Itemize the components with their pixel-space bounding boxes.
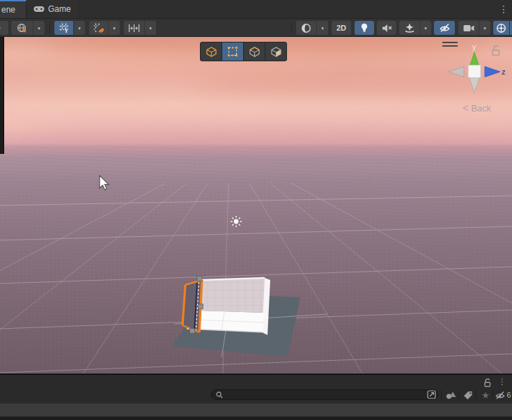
search-input[interactable] [226,390,427,399]
camera-button[interactable]: ▾ [458,21,490,35]
object-mode-cube-icon [205,47,217,57]
chevron-down-icon: ▾ [0,26,1,31]
tool-overflow-button[interactable]: ▾ [0,21,8,35]
gizmos-button[interactable]: ▾ [493,21,512,35]
panel-menu-icon[interactable]: ⋮ [498,377,506,387]
tab-scene[interactable]: ene [0,0,26,18]
shading-mode-button[interactable]: ▾ [296,21,328,35]
scene-toolbar: ▾ ▾ [0,19,512,37]
chevron-down-icon: ▾ [149,26,152,31]
chevron-down-icon: ▾ [78,26,81,31]
grid-y-icon: Y [54,21,73,35]
search-jump-icon[interactable] [427,390,436,399]
snap-magnet-icon [89,21,108,35]
tool-orientation-button[interactable]: ▾ [11,21,45,35]
grid-axis-button[interactable]: Y ▾ [54,21,85,35]
directional-light-gizmo[interactable] [231,216,242,227]
chevron-down-icon: ▾ [38,26,40,31]
toolbar-separator [291,24,292,33]
camera-icon [458,21,479,35]
toolbar-separator [441,390,442,400]
chevron-down-icon: ▾ [483,26,486,31]
object-mode-button[interactable] [201,42,222,61]
axis-down-cone[interactable] [470,77,480,93]
toolbar-separator [458,390,459,400]
snap-increment-button[interactable]: ▾ [124,21,156,35]
search-field[interactable] [211,389,438,400]
window-bottom-edge [0,417,512,420]
unity-editor-window: ene Game ⋮ ▾ ▾ [0,0,512,420]
toolbar-separator [492,390,493,400]
edge-mode-button[interactable] [244,42,265,61]
search-toolbar: ★ 6 [0,388,512,402]
gizmo-view-label[interactable]: < Back [463,102,492,114]
favorites-button[interactable]: ★ [478,389,493,401]
snap-increment-icon [124,21,144,35]
tab-game[interactable]: Game [27,0,77,18]
globe-icon [11,21,33,35]
axis-z-cone[interactable]: z [485,67,506,77]
eye-crossed-icon [495,391,506,400]
mouse-cursor [100,176,109,190]
tab-bar: ene Game ⋮ [0,0,512,19]
edge-mode-cube-icon [249,47,261,57]
axis-y-label: y [472,42,476,51]
tab-scene-label: ene [1,5,15,15]
filter-by-label-button[interactable] [460,389,476,401]
probuilder-toolbar [200,42,287,61]
face-mode-button[interactable] [265,42,286,61]
axis-y-cone[interactable]: y [470,42,480,68]
scene-visibility-button[interactable] [434,21,455,35]
toolbar-separator [49,24,50,33]
room-mesh[interactable] [183,277,270,336]
filter-by-type-button[interactable] [443,389,458,401]
chevron-down-icon: ▾ [424,26,427,31]
eye-crossed-icon [439,23,451,33]
shaded-sphere-icon [296,21,316,35]
tab-bar-menu-icon[interactable]: ⋮ [499,3,509,15]
hidden-count: 6 [506,391,511,399]
2d-label: 2D [336,24,346,32]
vertex-mode-button[interactable] [222,42,243,61]
axis-left-cone[interactable] [449,67,464,77]
gamepad-icon [33,6,45,13]
axis-z-label: z [502,68,506,76]
lightbulb-icon [360,23,369,33]
tag-icon [463,391,473,400]
effects-button[interactable]: ▾ [399,21,431,35]
vertex-mode-icon [227,46,238,57]
grid-snap-button[interactable]: ▾ [89,21,120,35]
chevron-down-icon: ▾ [113,26,116,31]
bottom-sub-bar [0,403,512,417]
scene-viewport[interactable]: y z < Back [0,37,512,373]
tab-game-label: Game [48,4,71,14]
orientation-gizmo: y z < Back [437,38,512,120]
face-mode-cube-icon [270,47,282,57]
gizmo-sphere-icon [493,21,509,35]
toolbar-separator [476,390,476,400]
audio-mute-button[interactable] [377,21,396,35]
star-icon: ★ [481,391,490,400]
hidden-objects-button[interactable]: 6 [494,389,512,401]
search-icon [216,391,223,398]
selected-wall[interactable] [183,277,203,334]
speaker-muted-icon [382,24,392,33]
gizmo-menu-icon[interactable] [442,42,458,46]
panel-edge-sliver [0,37,4,154]
effects-star-icon [399,21,419,35]
scene-lighting-button[interactable] [355,21,374,35]
shapes-icon [446,391,456,400]
gizmo-lock-icon[interactable] [492,46,499,56]
svg-text:Y: Y [64,27,68,33]
bottom-panel-header: ⋮ [0,374,512,388]
2d-toggle-button[interactable]: 2D [332,21,351,35]
chevron-down-icon: ▾ [321,26,324,31]
gizmo-center-cube[interactable] [468,65,481,78]
